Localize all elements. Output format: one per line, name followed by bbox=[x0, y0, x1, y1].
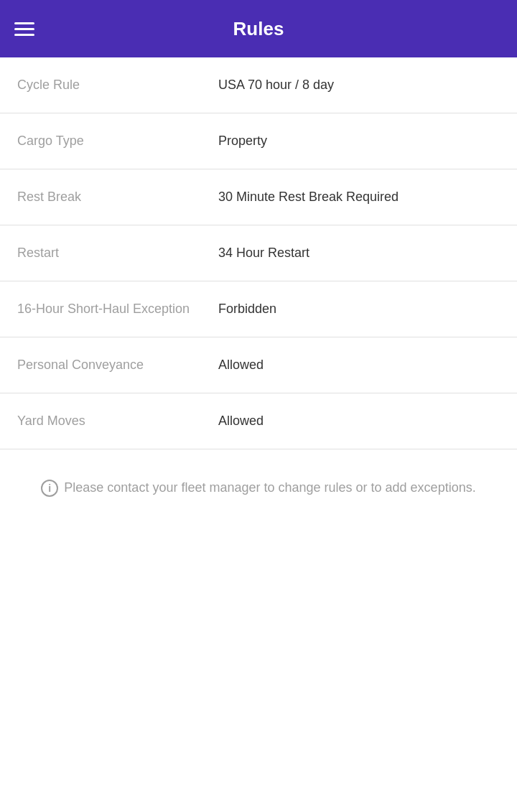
rule-row-personal-conveyance: Personal Conveyance Allowed bbox=[0, 337, 517, 393]
rule-value-cargo-type: Property bbox=[218, 133, 267, 149]
rule-label-yard-moves: Yard Moves bbox=[17, 413, 218, 429]
rule-value-yard-moves: Allowed bbox=[218, 413, 264, 429]
rule-label-personal-conveyance: Personal Conveyance bbox=[17, 357, 218, 373]
info-icon: i bbox=[41, 480, 58, 497]
rule-value-personal-conveyance: Allowed bbox=[218, 357, 264, 373]
rule-value-restart: 34 Hour Restart bbox=[218, 245, 309, 261]
rule-label-rest-break: Rest Break bbox=[17, 189, 218, 205]
rule-row-cargo-type: Cargo Type Property bbox=[0, 113, 517, 169]
rule-label-restart: Restart bbox=[17, 245, 218, 261]
rules-list: Cycle Rule USA 70 hour / 8 day Cargo Typ… bbox=[0, 57, 517, 449]
page-title: Rules bbox=[233, 18, 284, 40]
rule-row-restart: Restart 34 Hour Restart bbox=[0, 225, 517, 281]
rule-value-cycle-rule: USA 70 hour / 8 day bbox=[218, 77, 334, 93]
rule-value-short-haul: Forbidden bbox=[218, 301, 276, 317]
rule-label-cycle-rule: Cycle Rule bbox=[17, 77, 218, 93]
app-header: Rules bbox=[0, 0, 517, 57]
rule-label-short-haul: 16-Hour Short-Haul Exception bbox=[17, 301, 218, 317]
rule-row-yard-moves: Yard Moves Allowed bbox=[0, 393, 517, 449]
info-message: Please contact your fleet manager to cha… bbox=[64, 478, 475, 498]
info-section: i Please contact your fleet manager to c… bbox=[0, 449, 517, 526]
rule-label-cargo-type: Cargo Type bbox=[17, 133, 218, 149]
rule-value-rest-break: 30 Minute Rest Break Required bbox=[218, 189, 399, 205]
menu-button[interactable] bbox=[14, 22, 34, 36]
rule-row-short-haul: 16-Hour Short-Haul Exception Forbidden bbox=[0, 281, 517, 337]
rule-row-rest-break: Rest Break 30 Minute Rest Break Required bbox=[0, 169, 517, 225]
rule-row-cycle-rule: Cycle Rule USA 70 hour / 8 day bbox=[0, 57, 517, 113]
